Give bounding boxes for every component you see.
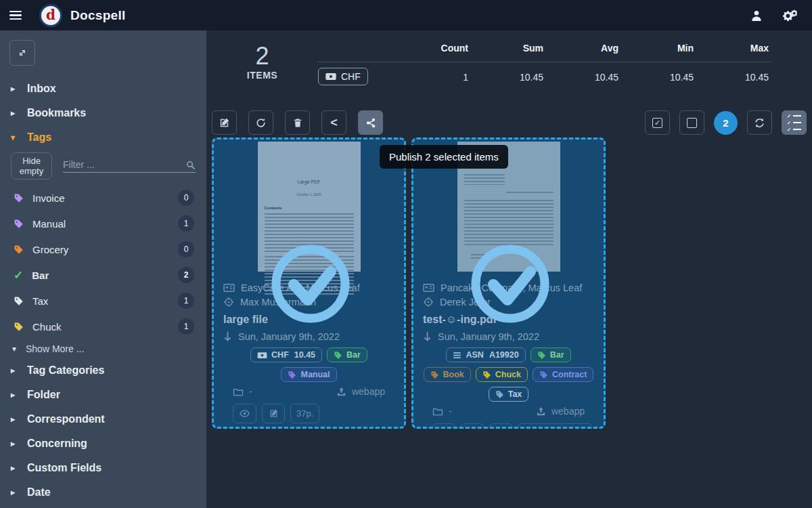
col-header-sum: Sum [471, 37, 546, 62]
preview-item-button[interactable] [233, 404, 256, 423]
tag-name: Chuck [32, 321, 62, 333]
trash-icon [292, 117, 303, 129]
restore-button[interactable] [248, 110, 273, 135]
sidebar-item-label: Folder [27, 389, 60, 401]
checkbox-empty-icon [687, 118, 697, 128]
currency-chip: CHF [318, 68, 368, 85]
sidebar-item-date[interactable]: ▸ Date [0, 480, 206, 505]
tag-badge-book[interactable]: Book [424, 367, 471, 382]
page-count-badge: 1p. [489, 423, 512, 429]
tag-row-manual[interactable]: Manual 1 [0, 211, 206, 236]
tag-row-chuck[interactable]: Chuck 1 [0, 314, 206, 339]
bell-icon [525, 429, 534, 429]
tag-badge-label: Manual [300, 370, 330, 379]
caret-right-icon: ▸ [11, 84, 18, 93]
sidebar-item-label: Tag Categories [27, 364, 104, 377]
page-count-badge: 37p. [290, 404, 319, 423]
currency-label: CHF [341, 71, 361, 82]
upload-icon [536, 406, 546, 417]
tag-badge-label: Chuck [495, 370, 521, 379]
invert-selection-button[interactable] [747, 110, 772, 135]
tag-icon [14, 219, 24, 229]
caret-right-icon: ▸ [11, 439, 18, 448]
sidebar-item-custom-fields[interactable]: ▸ Custom Fields [0, 456, 206, 480]
sidebar-item-tag-categories[interactable]: ▸ Tag Categories [0, 358, 206, 383]
tag-row-invoice[interactable]: Invoice 0 [0, 185, 206, 211]
menu-icon[interactable] [0, 0, 31, 30]
items-count: 2 [255, 43, 269, 70]
item-card-test-ing-pdf[interactable]: Pancake Company, Marcus Leaf Derek Jeter… [411, 137, 606, 429]
folder-value: - [449, 406, 452, 417]
correspondent-line: Pancake Company, Marcus Leaf [423, 280, 594, 295]
delete-selected-button[interactable] [285, 110, 310, 135]
tag-badge-manual[interactable]: Manual [281, 367, 336, 382]
caret-down-icon: ▾ [11, 133, 18, 142]
show-more-tags[interactable]: ▾ Show More ... [0, 339, 206, 358]
folder-source-line: - webapp [432, 402, 585, 423]
amount-badge: CHF 10.45 [250, 347, 322, 362]
sidebar-item-correspondent[interactable]: ▸ Correspondent [0, 407, 206, 431]
tag-count-badge: 1 [178, 293, 194, 309]
share-selected-button[interactable] [358, 110, 383, 135]
merge-selected-button[interactable]: < [321, 110, 346, 135]
tag-icon [14, 193, 24, 203]
collapse-sidebar-button[interactable] [9, 40, 35, 66]
docspell-logo-icon[interactable]: d [39, 4, 62, 27]
hide-empty-button[interactable]: Hide empty [11, 152, 52, 179]
caret-right-icon: ▸ [11, 390, 18, 400]
address-card-icon [423, 283, 434, 293]
tag-filter-input[interactable] [63, 159, 185, 170]
pencil-square-icon [219, 117, 230, 129]
item-date-line: Sun, January 9th, 2022 [423, 329, 594, 343]
logo-letter: d [46, 8, 55, 22]
stat-max: 10.45 [696, 62, 771, 92]
edit-item-button[interactable] [461, 423, 484, 429]
top-navbar: d Docspell [0, 0, 812, 30]
correspondent-line: EasyCare AG, Marcus Leaf [223, 280, 394, 295]
tag-badge-bar[interactable]: Bar [531, 347, 571, 362]
app-title: Docspell [70, 8, 126, 23]
item-title[interactable]: large file [223, 309, 394, 329]
tag-badge-bar[interactable]: Bar [327, 347, 367, 362]
tag-badge-contract[interactable]: Contract [533, 367, 593, 382]
sidebar-item-label: Custom Fields [27, 462, 102, 474]
edit-item-button[interactable] [262, 404, 285, 423]
tag-row-grocery[interactable]: Grocery 0 [0, 236, 206, 262]
select-none-button[interactable] [679, 110, 704, 135]
checkbox-checked-icon: ✓ [652, 118, 662, 128]
preview-title: Large PDF [265, 179, 354, 184]
tag-row-bar[interactable]: ✓ Bar 2 [0, 262, 206, 288]
settings-gears-icon[interactable] [781, 8, 797, 23]
tag-icon [539, 371, 548, 379]
edit-selected-button[interactable] [212, 110, 237, 135]
concerning-text: Max Mustermann [240, 297, 316, 308]
preview-item-button[interactable] [432, 423, 455, 429]
user-icon[interactable] [750, 9, 763, 22]
correspondent-text: Pancake Company, Marcus Leaf [441, 282, 582, 293]
tag-badge-tax[interactable]: Tax [489, 387, 529, 402]
item-title[interactable]: test-☺-ing.pdf [423, 309, 594, 329]
sidebar-item-inbox[interactable]: ▸ Inbox [0, 77, 206, 101]
caret-right-icon: ▸ [11, 488, 18, 497]
sidebar-item-tags[interactable]: ▾ Tags [0, 125, 206, 150]
tag-badge-chuck[interactable]: Chuck [476, 367, 528, 382]
concerning-text: Derek Jeter [440, 297, 491, 308]
selected-count-badge[interactable]: 2 [714, 111, 738, 135]
sidebar-item-bookmarks[interactable]: ▸ Bookmarks [0, 101, 206, 125]
tag-row-tax[interactable]: Tax 1 [0, 288, 206, 314]
tag-count-badge: 0 [178, 241, 194, 257]
sidebar-item-label: Tags [27, 131, 51, 144]
preview-date: October 1, 2020 [265, 192, 354, 196]
item-card-large-file[interactable]: Large PDF October 1, 2020 Contents EasyC… [212, 137, 406, 429]
sidebar-item-folder[interactable]: ▸ Folder [0, 383, 206, 407]
sidebar-item-label: Inbox [27, 83, 56, 95]
sync-icon [754, 117, 765, 129]
tag-badge-label: Bar [346, 350, 361, 360]
sidebar-item-label: Concerning [27, 438, 87, 450]
select-mode-button[interactable]: ✓✓✓ [782, 110, 807, 135]
sidebar-item-due-date[interactable]: ▸ Due Date [0, 505, 206, 508]
select-all-button[interactable]: ✓ [645, 110, 670, 135]
sidebar-item-concerning[interactable]: ▸ Concerning [0, 431, 206, 456]
due-date-value: 2022/01/29 [539, 428, 585, 429]
check-icon: ✓ [14, 268, 23, 282]
